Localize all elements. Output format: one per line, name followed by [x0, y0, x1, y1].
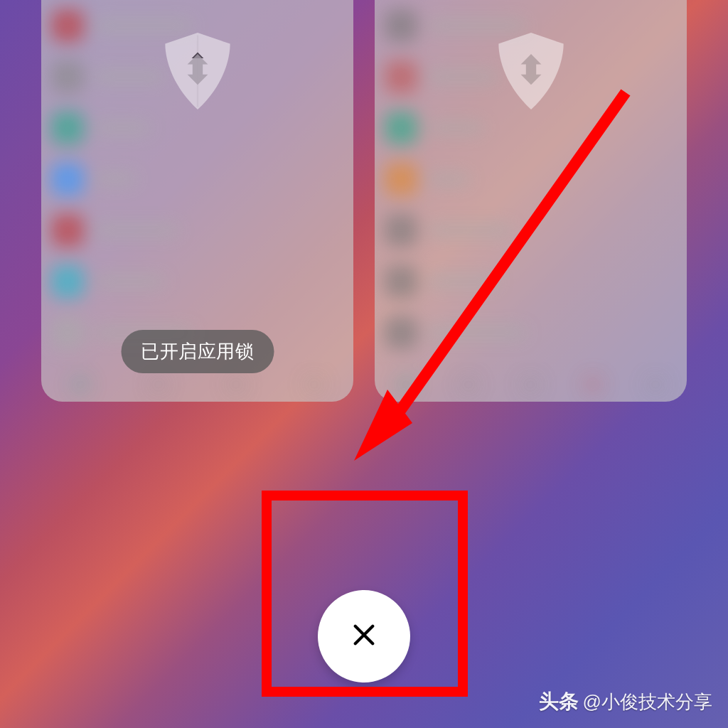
app-lock-icon [155, 28, 240, 114]
watermark-brand: 头条 [539, 688, 579, 715]
recent-app-card[interactable]: 已开启应用锁 [41, 0, 353, 402]
app-lock-icon [488, 28, 574, 114]
app-lock-status-pill: 已开启应用锁 [121, 330, 274, 373]
recent-app-card[interactable] [375, 0, 687, 402]
watermark: 头条 @小俊技术分享 [539, 688, 712, 715]
recent-apps-row[interactable]: 已开启应用锁 [0, 0, 728, 402]
watermark-handle: @小俊技术分享 [583, 690, 712, 714]
close-icon [349, 620, 379, 653]
clear-all-button[interactable] [318, 590, 410, 682]
